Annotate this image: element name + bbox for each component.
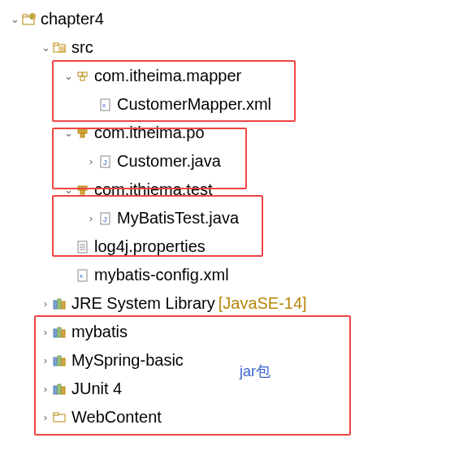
tree-item-package[interactable]: ⌄ com.itheima.mapper bbox=[3, 62, 473, 90]
svg-rect-13 bbox=[83, 129, 87, 133]
expand-arrow[interactable]: › bbox=[39, 383, 52, 395]
svg-rect-12 bbox=[78, 129, 82, 133]
tree-label: MySpring-basic bbox=[71, 351, 184, 370]
svg-rect-28 bbox=[54, 301, 57, 309]
svg-rect-29 bbox=[58, 299, 61, 309]
expand-arrow[interactable]: › bbox=[39, 326, 52, 338]
tree-item-file[interactable]: x mybatis-config.xml bbox=[3, 261, 473, 289]
tree-item-library[interactable]: › MySpring-basic bbox=[3, 346, 473, 375]
svg-rect-33 bbox=[62, 330, 65, 337]
tree-label: Customer.java bbox=[117, 152, 221, 171]
svg-rect-36 bbox=[62, 358, 65, 366]
svg-text:J: J bbox=[103, 158, 107, 167]
properties-file-icon bbox=[75, 241, 91, 254]
tree-item-library[interactable]: › mybatis bbox=[3, 318, 473, 346]
tree-item-folder[interactable]: › WebContent bbox=[3, 403, 473, 431]
package-icon bbox=[75, 184, 91, 196]
svg-rect-7 bbox=[78, 72, 82, 76]
xml-file-icon: x bbox=[75, 269, 91, 282]
tree-label: com.ithiema.test bbox=[94, 180, 213, 199]
library-icon bbox=[52, 327, 68, 338]
expand-arrow[interactable]: › bbox=[39, 297, 52, 310]
svg-text:x: x bbox=[80, 272, 83, 280]
svg-rect-5 bbox=[54, 43, 58, 46]
svg-rect-1 bbox=[23, 15, 28, 17]
tree-label: chapter4 bbox=[41, 10, 104, 28]
tree-item-package[interactable]: ⌄ com.itheima.po bbox=[3, 119, 473, 147]
svg-rect-18 bbox=[83, 186, 87, 190]
tree-label: mybatis bbox=[71, 323, 128, 341]
expand-arrow[interactable]: › bbox=[84, 155, 97, 167]
svg-rect-31 bbox=[54, 329, 57, 337]
tree-label: JUnit 4 bbox=[71, 379, 122, 398]
tree-item-project[interactable]: ⌄ J chapter4 bbox=[3, 5, 473, 33]
tree-label: MyBatisTest.java bbox=[117, 209, 239, 228]
tree-item-package[interactable]: ⌄ com.ithiema.test bbox=[3, 176, 473, 204]
svg-text:J: J bbox=[103, 215, 107, 223]
package-icon bbox=[75, 71, 91, 82]
expand-arrow[interactable]: ⌄ bbox=[62, 127, 75, 139]
expand-arrow[interactable]: ⌄ bbox=[39, 41, 52, 54]
tree-item-file[interactable]: › J MyBatisTest.java bbox=[3, 204, 473, 232]
tree-label: log4j.properties bbox=[94, 237, 206, 256]
tree-item-file[interactable]: log4j.properties bbox=[3, 232, 473, 261]
svg-rect-38 bbox=[58, 384, 61, 394]
svg-rect-6 bbox=[58, 46, 66, 53]
svg-rect-30 bbox=[62, 301, 65, 309]
svg-rect-8 bbox=[83, 72, 87, 76]
library-icon bbox=[52, 355, 68, 366]
svg-text:J: J bbox=[30, 14, 33, 20]
project-explorer-tree: ⌄ J chapter4 ⌄ src ⌄ com.itheima.mapper … bbox=[0, 0, 476, 436]
library-icon bbox=[52, 298, 68, 310]
java-file-icon: J bbox=[97, 212, 114, 225]
svg-rect-37 bbox=[54, 386, 57, 394]
expand-arrow[interactable]: ⌄ bbox=[62, 184, 75, 196]
svg-rect-35 bbox=[58, 356, 61, 366]
expand-arrow[interactable]: ⌄ bbox=[8, 13, 21, 25]
tree-label: WebContent bbox=[71, 408, 162, 427]
tree-item-library[interactable]: › JUnit 4 bbox=[3, 375, 473, 403]
jar-annotation: jar包 bbox=[240, 362, 270, 381]
library-hint: [JavaSE-14] bbox=[219, 294, 307, 313]
svg-rect-19 bbox=[80, 190, 84, 194]
svg-rect-34 bbox=[54, 358, 57, 366]
svg-text:x: x bbox=[102, 102, 106, 109]
folder-icon bbox=[52, 412, 68, 423]
expand-arrow[interactable]: › bbox=[39, 411, 52, 423]
tree-label: mybatis-config.xml bbox=[94, 266, 229, 284]
tree-label: com.itheima.po bbox=[94, 124, 205, 142]
tree-item-src[interactable]: ⌄ src bbox=[3, 33, 473, 62]
tree-item-file[interactable]: › J Customer.java bbox=[3, 147, 473, 176]
tree-label: src bbox=[71, 38, 93, 57]
tree-item-file[interactable]: x CustomerMapper.xml bbox=[3, 90, 473, 119]
svg-rect-41 bbox=[54, 413, 58, 415]
svg-rect-14 bbox=[80, 133, 84, 137]
tree-label: com.itheima.mapper bbox=[94, 67, 241, 85]
xml-file-icon: x bbox=[97, 98, 114, 111]
svg-rect-9 bbox=[80, 76, 84, 80]
tree-label: CustomerMapper.xml bbox=[117, 95, 271, 114]
library-icon bbox=[52, 384, 68, 395]
java-file-icon: J bbox=[97, 155, 114, 168]
source-folder-icon bbox=[52, 42, 68, 54]
svg-rect-39 bbox=[62, 387, 65, 394]
svg-rect-17 bbox=[78, 186, 82, 190]
expand-arrow[interactable]: ⌄ bbox=[62, 70, 75, 82]
expand-arrow[interactable]: › bbox=[39, 354, 52, 366]
expand-arrow[interactable]: › bbox=[84, 212, 97, 224]
tree-item-library[interactable]: › JRE System Library [JavaSE-14] bbox=[3, 289, 473, 318]
svg-rect-32 bbox=[58, 327, 61, 337]
project-icon: J bbox=[21, 13, 37, 26]
tree-label: JRE System Library bbox=[71, 294, 215, 313]
package-icon bbox=[75, 128, 91, 139]
